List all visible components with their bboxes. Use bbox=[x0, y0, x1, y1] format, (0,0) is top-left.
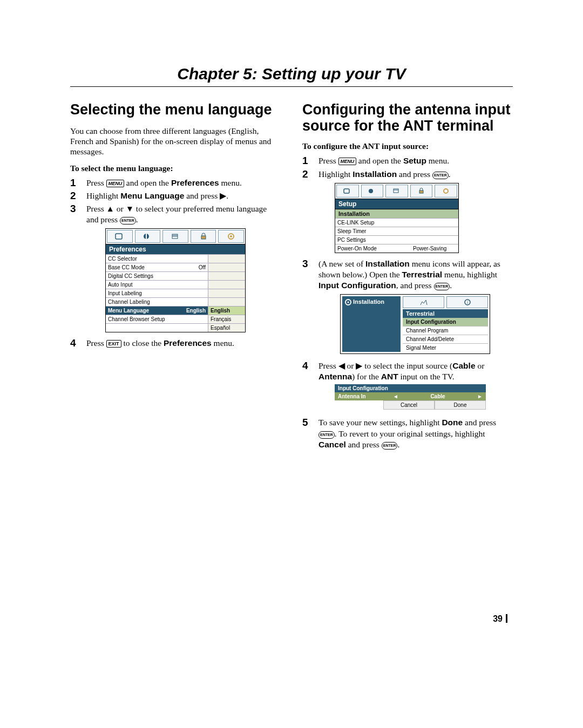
step-text: Press ◀ or ▶ to select the input source … bbox=[318, 360, 513, 382]
step-text: Press ▲ or ▼ to select your preferred me… bbox=[86, 203, 281, 225]
enter-key-icon: ENTER bbox=[432, 172, 449, 179]
panel-header: Terrestrial bbox=[403, 309, 488, 318]
menu-key-icon: MENU bbox=[106, 180, 124, 187]
menu-row-selected: Installation bbox=[335, 209, 459, 218]
installation-menu: Installation i Terrestrial Input Configu… bbox=[340, 294, 490, 354]
menu-tabbar bbox=[335, 183, 459, 199]
menu-header: Preferences bbox=[105, 244, 246, 254]
step-number: 3 bbox=[70, 203, 86, 214]
section-heading-right: Configuring the antenna input source for… bbox=[302, 102, 513, 134]
enter-key-icon: ENTER bbox=[318, 431, 335, 439]
svg-rect-9 bbox=[344, 189, 349, 193]
up-arrow-icon: ▲ bbox=[106, 204, 114, 213]
tab-icon bbox=[410, 185, 433, 198]
menu-key-icon: MENU bbox=[338, 158, 356, 165]
tab-icon bbox=[107, 230, 133, 243]
divider bbox=[70, 86, 513, 87]
enter-key-icon: ENTER bbox=[382, 442, 398, 450]
right-arrow-icon: ▶ bbox=[356, 361, 362, 370]
svg-text:i: i bbox=[466, 300, 467, 305]
tab-icon bbox=[336, 185, 359, 198]
svg-point-10 bbox=[369, 189, 373, 193]
subheading-right: To configure the ANT input source: bbox=[302, 141, 513, 151]
tab-icon bbox=[385, 185, 408, 198]
exit-key-icon: EXIT bbox=[106, 340, 121, 348]
menu-list: CC Selector Base CC ModeOff Digital CC S… bbox=[105, 254, 246, 332]
field-label: Antenna In bbox=[335, 392, 390, 400]
svg-point-16 bbox=[348, 302, 349, 303]
left-arrow-icon: ◄ bbox=[393, 393, 398, 399]
panel-item: Channel Program bbox=[403, 326, 488, 335]
right-arrow-icon: ► bbox=[477, 393, 483, 399]
svg-rect-13 bbox=[419, 190, 423, 193]
enter-key-icon: ENTER bbox=[120, 217, 136, 224]
subheading-left: To select the menu language: bbox=[70, 164, 281, 173]
step-text: To save your new settings, highlight Don… bbox=[318, 417, 513, 450]
page-number: 39 bbox=[70, 614, 513, 624]
svg-point-14 bbox=[444, 189, 448, 193]
down-arrow-icon: ▼ bbox=[126, 204, 134, 213]
svg-rect-0 bbox=[116, 234, 122, 239]
svg-rect-11 bbox=[394, 189, 398, 193]
left-arrow-icon: ◀ bbox=[338, 361, 345, 370]
svg-point-8 bbox=[230, 235, 232, 237]
step-number: 5 bbox=[302, 417, 318, 428]
menu-tabbar bbox=[105, 228, 246, 244]
menu-row-selected: Menu LanguageEnglishEnglish bbox=[106, 306, 245, 315]
tab-icon: i bbox=[446, 296, 488, 308]
tab-icon bbox=[361, 185, 384, 198]
tab-icon bbox=[218, 230, 244, 243]
tab-icon bbox=[435, 185, 457, 198]
step-text: Press MENU and open the Setup menu. bbox=[318, 155, 513, 166]
gear-icon bbox=[344, 298, 352, 306]
panel-item: Signal Meter bbox=[403, 343, 488, 352]
step-number: 4 bbox=[302, 360, 318, 371]
setup-menu: Setup Installation CE-LINK Setup Sleep T… bbox=[335, 183, 459, 253]
chapter-title: Chapter 5: Setting up your TV bbox=[70, 65, 513, 83]
panel-header: Input Configuration bbox=[335, 384, 486, 392]
preferences-menu: Preferences CC Selector Base CC ModeOff … bbox=[105, 228, 246, 332]
svg-rect-2 bbox=[146, 234, 147, 239]
panel-item: Channel Add/Delete bbox=[403, 335, 488, 343]
step-number: 3 bbox=[302, 258, 318, 269]
panel-row-selected: Input Configuration bbox=[403, 318, 488, 326]
field-value: ◄ Cable ► bbox=[390, 392, 486, 400]
svg-rect-6 bbox=[201, 236, 206, 239]
input-configuration-panel: Input Configuration Antenna In ◄ Cable ►… bbox=[335, 384, 486, 410]
done-button: Done bbox=[435, 400, 486, 410]
cancel-button: Cancel bbox=[383, 400, 435, 410]
step-text: Press EXIT to close the Preferences menu… bbox=[86, 338, 281, 349]
step-number: 1 bbox=[302, 155, 318, 166]
step-number: 4 bbox=[70, 338, 86, 349]
menu-header: Setup bbox=[335, 199, 459, 209]
step-number: 2 bbox=[70, 190, 86, 201]
tab-icon bbox=[135, 230, 161, 243]
step-text: Highlight Installation and press ENTER. bbox=[318, 169, 513, 180]
step-text: Press MENU and open the Preferences menu… bbox=[86, 178, 281, 188]
section-heading-left: Selecting the menu language bbox=[70, 102, 281, 118]
step-text: Highlight Menu Language and press ▶. bbox=[86, 190, 281, 201]
tab-icon bbox=[403, 296, 444, 308]
intro-paragraph: You can choose from three different lang… bbox=[70, 126, 281, 157]
enter-key-icon: ENTER bbox=[434, 283, 450, 290]
step-text: (A new set of Installation menu icons wi… bbox=[318, 258, 513, 291]
tab-icon bbox=[191, 230, 216, 243]
tab-icon bbox=[162, 230, 188, 243]
right-arrow-icon: ▶ bbox=[220, 191, 226, 200]
step-number: 1 bbox=[70, 178, 86, 188]
step-number: 2 bbox=[302, 169, 318, 180]
